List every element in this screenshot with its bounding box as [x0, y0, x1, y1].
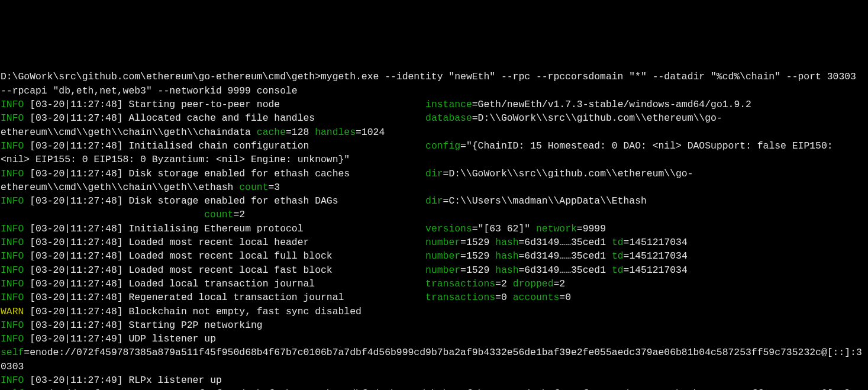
log-msg: Starting peer-to-peer node — [128, 99, 425, 110]
log-val: =1451217034 — [624, 237, 688, 248]
log-val: =3 — [268, 182, 280, 193]
log-key: td — [612, 237, 624, 248]
log-msg: RLPx listener up — [128, 375, 425, 386]
log-key: hash — [495, 265, 518, 276]
log-msg: Loaded most recent local header — [128, 237, 425, 248]
log-key: hash — [495, 250, 518, 262]
log-msg: Allocated cache and file handles — [128, 112, 425, 124]
log-level-info: INFO — [1, 99, 24, 110]
log-val: =0 — [559, 292, 571, 303]
log-level-info: INFO — [1, 333, 24, 344]
log-val: =1451217034 — [624, 265, 688, 276]
log-level-info: INFO — [1, 223, 24, 234]
log-val: =1529 — [460, 237, 495, 248]
timestamp: [03-20|11:27:48] — [30, 195, 128, 207]
timestamp: [03-20|11:27:49] — [30, 375, 128, 386]
log-val: =0 — [495, 292, 513, 303]
log-key: transactions — [425, 278, 495, 289]
log-key: instance — [425, 99, 472, 110]
log-level-info: INFO — [1, 265, 24, 276]
log-key: accounts — [513, 292, 560, 303]
log-key: number — [425, 237, 460, 248]
log-key: number — [425, 250, 460, 262]
timestamp: [03-20|11:27:48] — [30, 250, 128, 262]
log-key: handles — [315, 127, 356, 138]
log-val: =128 — [286, 127, 315, 138]
timestamp: [03-20|11:27:48] — [30, 292, 128, 303]
log-val: =2 — [233, 209, 245, 220]
log-key: hash — [495, 237, 518, 248]
log-msg: Blockchain not empty, fast sync disabled — [128, 306, 361, 317]
log-level-info: INFO — [1, 237, 24, 248]
timestamp: [03-20|11:27:48] — [30, 99, 128, 110]
log-key: self — [1, 347, 24, 358]
log-key: count — [239, 182, 268, 193]
log-key: dir — [425, 195, 443, 207]
timestamp: [03-20|11:27:48] — [30, 223, 128, 234]
log-key: count — [204, 209, 233, 220]
log-msg: Loaded local transaction journal — [128, 278, 425, 289]
log-key: td — [612, 265, 624, 276]
timestamp: [03-20|11:27:48] — [30, 278, 128, 289]
log-val: =6d3149……35ced1 — [518, 265, 611, 276]
log-val: =enode://072f459787385a879a511f45f950d68… — [1, 347, 862, 372]
log-key: dropped — [513, 278, 554, 289]
log-key: config — [425, 140, 460, 152]
log-msg: Initialising Ethereum protocol — [128, 223, 425, 234]
log-level-info: INFO — [1, 320, 24, 331]
timestamp: [03-20|11:27:48] — [30, 265, 128, 276]
timestamp: [03-20|11:27:48] — [30, 237, 128, 248]
log-val: =6d3149……35ced1 — [518, 237, 611, 248]
log-val: =C:\\Users\\madman\\AppData\\Ethash — [443, 195, 647, 207]
log-val: =1024 — [356, 127, 385, 138]
log-level-info: INFO — [1, 292, 24, 303]
log-key: versions — [425, 223, 472, 234]
log-msg: UDP listener up — [128, 333, 425, 344]
log-level-info: INFO — [1, 112, 24, 124]
log-level-info: INFO — [1, 250, 24, 262]
log-val: =9999 — [577, 223, 606, 234]
log-val: =2 — [553, 278, 565, 289]
log-msg: Initialised chain configuration — [128, 140, 425, 152]
log-val: =Geth/newEth/v1.7.3-stable/windows-amd64… — [472, 99, 751, 110]
log-val: ="[63 62]" — [472, 223, 536, 234]
log-key: td — [612, 250, 624, 262]
log-key: number — [425, 265, 460, 276]
log-msg: Regenerated local transaction journal — [128, 292, 425, 303]
log-val: =1451217034 — [624, 250, 688, 262]
timestamp: [03-20|11:27:48] — [30, 112, 128, 124]
timestamp: [03-20|11:27:48] — [30, 168, 128, 179]
log-msg: Disk storage enabled for ethash DAGs — [128, 195, 425, 207]
log-val: =1529 — [460, 265, 495, 276]
timestamp: [03-20|11:27:48] — [30, 140, 128, 152]
log-level-info: INFO — [1, 375, 24, 386]
log-level-info: INFO — [1, 140, 24, 152]
log-msg: Loaded most recent local fast block — [128, 265, 425, 276]
log-msg: Starting P2P networking — [128, 320, 262, 331]
log-level-info: INFO — [1, 195, 24, 207]
log-key: network — [536, 223, 577, 234]
log-level-info: INFO — [1, 168, 24, 179]
timestamp: [03-20|11:27:48] — [30, 306, 128, 317]
terminal-window[interactable]: D:\GoWork\src\github.com\ethereum\go-eth… — [0, 69, 868, 390]
log-key: database — [425, 112, 472, 124]
log-key: cache — [257, 127, 286, 138]
log-val: =6d3149……35ced1 — [518, 250, 611, 262]
log-val: =2 — [495, 278, 513, 289]
log-val: =1529 — [460, 250, 495, 262]
command-line: D:\GoWork\src\github.com\ethereum\go-eth… — [1, 71, 862, 96]
timestamp: [03-20|11:27:49] — [30, 333, 128, 344]
log-level-info: INFO — [1, 278, 24, 289]
log-key: transactions — [425, 292, 495, 303]
log-key: dir — [425, 168, 443, 179]
log-msg: Disk storage enabled for ethash caches — [128, 168, 425, 179]
timestamp: [03-20|11:27:48] — [30, 320, 128, 331]
log-level-warn: WARN — [1, 306, 24, 317]
log-msg: Loaded most recent local full block — [128, 250, 425, 262]
